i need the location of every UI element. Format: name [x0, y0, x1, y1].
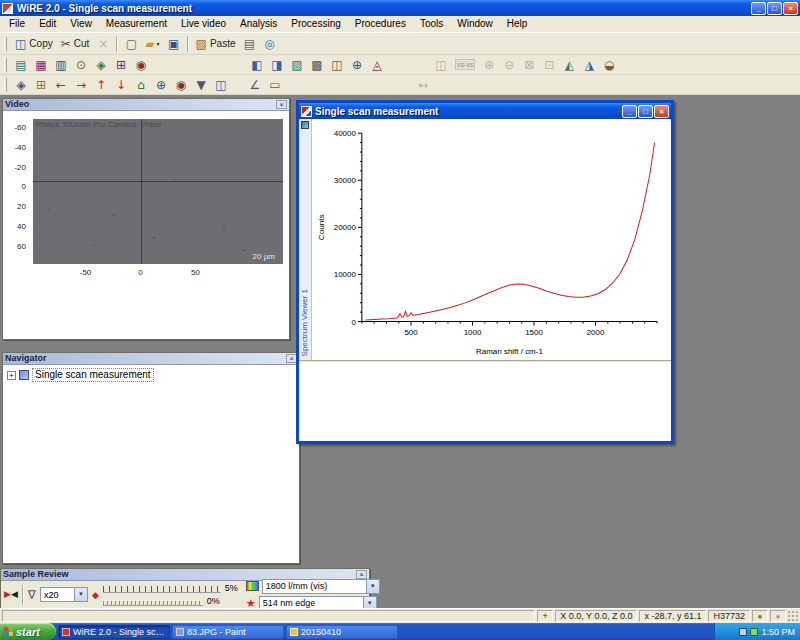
cursor-tool-icon: ⊕: [352, 57, 362, 73]
laser-power-slider[interactable]: [103, 586, 221, 593]
cut-button[interactable]: ✂Cut: [58, 35, 93, 53]
toolbar-grip[interactable]: [4, 58, 7, 72]
stage-home-button[interactable]: ⌂: [132, 76, 150, 94]
window-split-button[interactable]: ◨: [268, 56, 286, 74]
start-button[interactable]: start: [0, 623, 56, 640]
overlay-view-button[interactable]: ◫: [328, 56, 346, 74]
title-bar[interactable]: WiRE 2.0 - Single scan measurement _ □ ×: [0, 0, 800, 16]
tray-status-icon[interactable]: [750, 628, 758, 636]
stage-right-button[interactable]: →: [72, 76, 90, 94]
cursor-tool-button[interactable]: ⊕: [348, 56, 366, 74]
maximize-button[interactable]: □: [767, 2, 782, 15]
export-image-button[interactable]: ◫: [432, 56, 450, 74]
video-snapshot-button[interactable]: ◫: [212, 76, 230, 94]
chart-view-button[interactable]: ▧: [288, 56, 306, 74]
menu-tools[interactable]: Tools: [413, 16, 450, 32]
delete-button[interactable]: ×: [94, 35, 112, 53]
spectrum-title-bar[interactable]: Single scan measurement _ □ ×: [299, 103, 671, 119]
stage-origin-button[interactable]: ◈: [12, 76, 30, 94]
minimize-button[interactable]: _: [751, 2, 766, 15]
objective-select[interactable]: x20 ▼: [40, 587, 88, 602]
window-title: WiRE 2.0 - Single scan measurement: [17, 3, 750, 14]
spectrum-viewer-tab[interactable]: Spectrum Viewer 1: [299, 119, 312, 360]
live-video-button[interactable]: ◈: [92, 56, 110, 74]
status-serial-number: H37732: [708, 610, 750, 622]
menu-view[interactable]: View: [63, 16, 99, 32]
close-button[interactable]: ×: [783, 2, 798, 15]
map-acquisition-button[interactable]: ▦: [32, 56, 50, 74]
pan-view-button[interactable]: ↔: [414, 76, 432, 94]
chart-area[interactable]: 010000200003000040000500100015002000Rama…: [312, 119, 671, 360]
save-button[interactable]: ▣: [165, 35, 183, 53]
stage-up-button[interactable]: ↑: [92, 76, 110, 94]
pan-tool-button[interactable]: ⊠: [520, 56, 538, 74]
menu-file[interactable]: File: [2, 16, 32, 32]
spectrum-chart[interactable]: 010000200003000040000500100015002000Rama…: [312, 119, 671, 360]
view-3d-button[interactable]: ◭: [560, 56, 578, 74]
task-wire[interactable]: WiRE 2.0 - Single sca...: [58, 625, 170, 639]
set-origin-button[interactable]: ⊞: [32, 76, 50, 94]
paste-button-label: Paste: [210, 38, 236, 49]
select-region-icon: ⊡: [544, 57, 554, 73]
tray-network-icon[interactable]: [739, 628, 747, 636]
time-series-button[interactable]: ⊙: [72, 56, 90, 74]
video-title-bar[interactable]: Video ×: [3, 99, 289, 111]
laser-power-fine-slider[interactable]: [103, 601, 203, 606]
open-file-button-dropdown-icon[interactable]: ▾: [157, 40, 160, 47]
laser-shutter-button[interactable]: ▶ ◀: [4, 590, 18, 599]
menu-edit[interactable]: Edit: [32, 16, 63, 32]
menu-window[interactable]: Window: [450, 16, 500, 32]
chevron-down-icon[interactable]: ▼: [74, 588, 87, 601]
tree-expander-icon[interactable]: +: [7, 371, 16, 380]
select-region-button[interactable]: ⊡: [540, 56, 558, 74]
print-button[interactable]: ▤: [241, 35, 259, 53]
spectrum-minimize-button[interactable]: _: [622, 105, 637, 118]
zoom-out-button[interactable]: ⊖: [500, 56, 518, 74]
measure-angle-button[interactable]: ∠: [246, 76, 264, 94]
grating-select[interactable]: 1800 l/mm (vis) ▼: [262, 579, 380, 594]
open-file-button[interactable]: ▰▾: [142, 35, 162, 53]
spectrum-close-button[interactable]: ×: [654, 105, 669, 118]
menu-processing[interactable]: Processing: [284, 16, 347, 32]
toolbar-grip[interactable]: [4, 78, 7, 92]
paste-button[interactable]: ▧Paste: [193, 35, 239, 53]
sample-review-button[interactable]: ◉: [172, 76, 190, 94]
resize-grip[interactable]: [787, 610, 799, 622]
tree-item[interactable]: +Single scan measurement: [5, 367, 297, 383]
menu-procedures[interactable]: Procedures: [348, 16, 413, 32]
task-folder[interactable]: 20150410: [286, 625, 398, 639]
spectral-acquisition-button[interactable]: ▤: [12, 56, 30, 74]
stage-left-button[interactable]: ←: [52, 76, 70, 94]
contour-view-button[interactable]: ◒: [600, 56, 618, 74]
camera-view[interactable]: Philips ToUcam Pro Camera: Video 20 µm: [33, 119, 283, 264]
window-new-button[interactable]: ◧: [248, 56, 266, 74]
video-close-icon[interactable]: ×: [276, 100, 287, 109]
world-view-button[interactable]: ⊕: [152, 76, 170, 94]
montage-button[interactable]: ⊞: [112, 56, 130, 74]
chevron-down-icon[interactable]: ▼: [363, 597, 376, 609]
menu-help[interactable]: Help: [500, 16, 535, 32]
world-view-icon: ⊕: [156, 77, 166, 93]
menu-measurement[interactable]: Measurement: [99, 16, 174, 32]
navigator-title-bar[interactable]: Navigator ×: [3, 353, 299, 365]
xs-vs-button[interactable]: xs-vs: [452, 56, 478, 74]
menu-analysis[interactable]: Analysis: [233, 16, 284, 32]
spectrum-maximize-button[interactable]: □: [638, 105, 653, 118]
new-file-button[interactable]: ▢: [122, 35, 140, 53]
laser-select[interactable]: 514 nm edge ▼: [259, 596, 377, 609]
chevron-down-icon[interactable]: ▼: [366, 580, 379, 593]
zoom-button[interactable]: ◎: [261, 35, 279, 53]
stage-down-button[interactable]: ↓: [112, 76, 130, 94]
zoom-in-button[interactable]: ⊕: [480, 56, 498, 74]
marker-tool-button[interactable]: ◬: [368, 56, 386, 74]
toolbar-grip[interactable]: [4, 37, 7, 51]
ruler-button[interactable]: ▭: [266, 76, 284, 94]
task-paint[interactable]: 83.JPG - Paint: [172, 625, 284, 639]
copy-button[interactable]: ◫Copy: [12, 35, 56, 53]
data-grid-button[interactable]: ▩: [308, 56, 326, 74]
measurement-queue-button[interactable]: ◉: [132, 56, 150, 74]
depth-series-button[interactable]: ▥: [52, 56, 70, 74]
surface-view-button[interactable]: ◮: [580, 56, 598, 74]
menu-live-video[interactable]: Live video: [174, 16, 233, 32]
autofocus-button[interactable]: ▼: [192, 76, 210, 94]
